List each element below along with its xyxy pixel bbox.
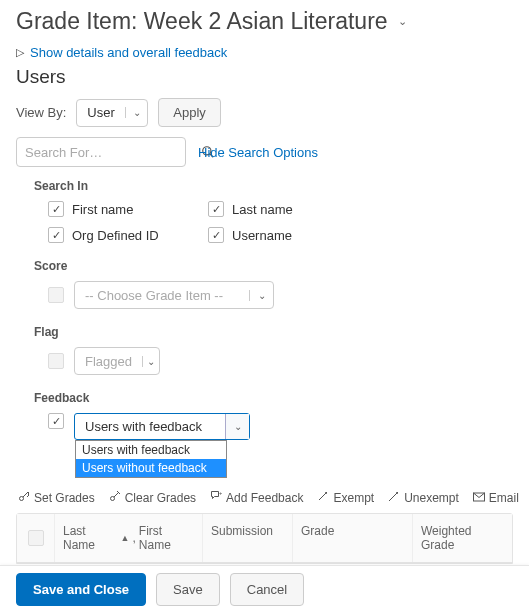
save-button[interactable]: Save [156,573,220,606]
viewby-value: User [77,101,124,124]
select-all-checkbox[interactable] [28,530,44,546]
feedback-dropdown: Users with feedback Users without feedba… [75,440,227,478]
cancel-button[interactable]: Cancel [230,573,304,606]
feedback-title: Feedback [34,391,513,405]
col-grade[interactable]: Grade [293,514,413,562]
svg-point-7 [396,492,398,494]
first-name-label: First name [72,202,133,217]
svg-line-8 [389,497,393,501]
set-grades-label: Set Grades [34,491,95,505]
set-grades-button[interactable]: Set Grades [18,490,95,505]
feedback-add-icon: + [210,490,222,505]
clear-grades-label: Clear Grades [125,491,196,505]
users-heading: Users [16,66,513,88]
flag-placeholder: Flagged [75,350,142,373]
col-weighted-grade[interactable]: Weighted Grade [413,514,512,562]
key-icon [18,490,30,505]
unexempt-icon [388,490,400,505]
checkbox-first-name[interactable]: ✓ [48,201,64,217]
score-title: Score [34,259,513,273]
table-header: Last Name ▲ , First Name Submission Grad… [17,514,512,563]
flag-title: Flag [34,325,513,339]
org-id-label: Org Defined ID [72,228,159,243]
key-clear-icon [109,490,121,505]
checkbox-username[interactable]: ✓ [208,227,224,243]
last-name-label: Last name [232,202,293,217]
email-button[interactable]: Email [473,491,519,505]
chevron-down-icon: ⌄ [225,414,249,439]
hide-search-options-link[interactable]: Hide Search Options [198,145,318,160]
flag-select[interactable]: Flagged ⌄ [74,347,160,375]
svg-point-3 [110,497,114,501]
expand-icon: ▷ [16,46,24,59]
viewby-select[interactable]: User ⌄ [76,99,148,127]
chevron-down-icon: ⌄ [142,356,159,367]
footer-bar: Save and Close Save Cancel [0,565,529,613]
email-icon [473,491,485,505]
search-box[interactable] [16,137,186,167]
add-feedback-button[interactable]: + Add Feedback [210,490,303,505]
show-details-toggle[interactable]: ▷ Show details and overall feedback [16,45,513,60]
exempt-button[interactable]: Exempt [317,490,374,505]
col-name[interactable]: Last Name ▲ , First Name [55,514,203,562]
title-dropdown-icon[interactable]: ⌄ [398,15,407,28]
score-placeholder: -- Choose Grade Item -- [75,284,249,307]
sort-asc-icon: ▲ [121,533,130,543]
exempt-icon [317,490,329,505]
search-in-title: Search In [34,179,513,193]
chevron-down-icon: ⌄ [249,290,273,301]
username-label: Username [232,228,292,243]
page-title: Grade Item: Week 2 Asian Literature [16,8,388,35]
grades-table: Last Name ▲ , First Name Submission Grad… [16,513,513,564]
apply-button[interactable]: Apply [158,98,221,127]
email-label: Email [489,491,519,505]
feedback-option-without[interactable]: Users without feedback [76,459,226,477]
clear-grades-button[interactable]: Clear Grades [109,490,196,505]
svg-point-6 [325,492,327,494]
checkbox-last-name[interactable]: ✓ [208,201,224,217]
svg-point-2 [20,497,24,501]
checkbox-org-id[interactable]: ✓ [48,227,64,243]
checkbox-flag[interactable] [48,353,64,369]
svg-text:+: + [219,490,222,496]
feedback-select[interactable]: Users with feedback ⌄ Users with feedbac… [74,413,250,440]
feedback-option-with[interactable]: Users with feedback [76,441,226,459]
unexempt-button[interactable]: Unexempt [388,490,459,505]
col-submission[interactable]: Submission [203,514,293,562]
feedback-selected-value: Users with feedback [75,414,249,439]
search-input[interactable] [17,145,201,160]
chevron-down-icon: ⌄ [125,107,148,118]
save-and-close-button[interactable]: Save and Close [16,573,146,606]
viewby-label: View By: [16,105,66,120]
col-first-name-label: First Name [139,524,194,552]
exempt-label: Exempt [333,491,374,505]
col-last-name-label: Last Name [63,524,118,552]
unexempt-label: Unexempt [404,491,459,505]
show-details-link[interactable]: Show details and overall feedback [30,45,227,60]
add-feedback-label: Add Feedback [226,491,303,505]
checkbox-score[interactable] [48,287,64,303]
checkbox-feedback[interactable]: ✓ [48,413,64,429]
score-select[interactable]: -- Choose Grade Item -- ⌄ [74,281,274,309]
